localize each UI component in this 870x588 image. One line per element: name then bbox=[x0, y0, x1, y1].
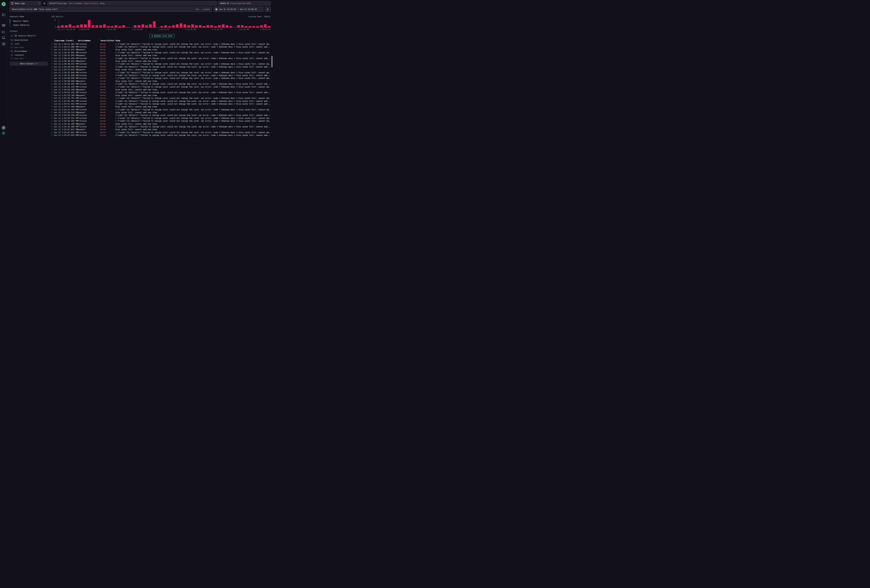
col-servicename[interactable]: ServiceName bbox=[77, 40, 100, 42]
expand-row-icon[interactable] bbox=[51, 63, 54, 65]
table-row[interactable]: Jun 11 1:55:16.302 PMfrontenderror× {"co… bbox=[51, 120, 271, 122]
expand-row-icon[interactable] bbox=[51, 71, 54, 74]
table-row[interactable]: Jun 11 1:55:51.454 PMfrontenderror× {"co… bbox=[51, 108, 271, 111]
expand-row-icon[interactable] bbox=[51, 97, 54, 99]
dashboards-icon[interactable] bbox=[1, 42, 6, 46]
run-query-button[interactable] bbox=[265, 7, 271, 12]
table-row[interactable]: Jun 11 1:56:38.540 PMfrontenderror{"code… bbox=[51, 65, 271, 68]
expand-row-icon[interactable] bbox=[51, 66, 54, 68]
table-row[interactable]: Jun 11 1:55:39.324 PMpaymenterrorVisa ca… bbox=[51, 111, 271, 114]
time-range-picker[interactable]: Jun 11 13:41:52 - Jun 11 13:56:52 bbox=[213, 7, 264, 12]
expand-row-icon[interactable] bbox=[51, 46, 54, 48]
expand-row-icon[interactable] bbox=[51, 117, 54, 119]
expand-row-icon[interactable] bbox=[51, 54, 54, 57]
denoise-checkbox[interactable] bbox=[10, 34, 13, 37]
table-row[interactable]: Jun 11 1:56:42.995 PMpaymenterrorVisa ca… bbox=[51, 54, 271, 57]
order-by-input[interactable]: ORDER BY TimestampTime DESC bbox=[218, 1, 271, 5]
table-row[interactable]: Jun 11 1:56:42.999 PMfrontenderror{"code… bbox=[51, 57, 271, 60]
histogram-bars[interactable] bbox=[57, 20, 270, 27]
expand-row-icon[interactable] bbox=[51, 43, 54, 45]
expand-row-icon[interactable] bbox=[51, 103, 54, 105]
table-row[interactable]: Jun 11 1:56:08.948 PMpaymenterrorVisa ca… bbox=[51, 80, 271, 82]
expand-row-icon[interactable] bbox=[51, 120, 54, 122]
user-avatar[interactable]: U bbox=[1, 131, 6, 135]
table-row[interactable]: Jun 11 1:55:39.330 PMfrontenderror{"code… bbox=[51, 114, 271, 117]
table-row[interactable]: Jun 11 1:56:51.982 PMfrontenderror× {"co… bbox=[51, 43, 271, 45]
expand-row-icon[interactable] bbox=[51, 74, 54, 76]
expand-row-icon[interactable] bbox=[51, 109, 54, 111]
col-body[interactable]: Body bbox=[115, 40, 271, 42]
load-more-button[interactable]: Load more bbox=[10, 57, 48, 60]
facet-option-checkbox[interactable] bbox=[11, 43, 13, 45]
expand-row-icon[interactable] bbox=[51, 114, 54, 116]
table-row[interactable]: Jun 11 1:55:59.765 PMfrontenderror{"code… bbox=[51, 100, 271, 103]
table-row[interactable]: Jun 11 1:56:03.254 PMfrontenderror× {"co… bbox=[51, 85, 271, 88]
more-filters-button[interactable]: More filters bbox=[10, 62, 48, 66]
source-settings-button[interactable] bbox=[43, 1, 46, 5]
expand-row-icon[interactable] bbox=[51, 131, 54, 133]
expand-row-icon[interactable] bbox=[51, 100, 54, 102]
facet-option-checkbox[interactable] bbox=[11, 54, 13, 56]
table-row[interactable]: Jun 11 1:55:51.452 PMfrontenderror{"code… bbox=[51, 103, 271, 105]
table-row[interactable]: Jun 11 1:55:16.300 PMfrontenderror{"code… bbox=[51, 125, 271, 128]
expand-row-icon[interactable] bbox=[51, 86, 54, 88]
resume-live-tail-button[interactable]: Resume Live Tail bbox=[149, 34, 175, 38]
search-logs-icon[interactable] bbox=[1, 23, 6, 27]
expand-row-icon[interactable] bbox=[51, 77, 54, 79]
expand-row-icon[interactable] bbox=[51, 49, 54, 51]
expand-row-icon[interactable] bbox=[51, 69, 54, 71]
expand-row-icon[interactable] bbox=[51, 123, 54, 125]
table-row[interactable]: Jun 11 1:56:38.534 PMpaymenterrorVisa ca… bbox=[51, 60, 271, 63]
load-more-button[interactable]: Load more bbox=[10, 46, 48, 48]
expand-row-icon[interactable] bbox=[51, 80, 54, 82]
select-query-input[interactable]: SELECT Timestamp, ServiceName, SeverityT… bbox=[48, 1, 217, 5]
table-row[interactable]: Jun 11 1:56:08.955 PMfrontenderror{"code… bbox=[51, 82, 271, 85]
expand-row-icon[interactable] bbox=[51, 52, 54, 54]
table-row[interactable]: Jun 11 1:56:03.252 PMfrontenderror{"code… bbox=[51, 91, 271, 94]
client-sessions-icon[interactable] bbox=[1, 36, 6, 40]
table-row[interactable]: Jun 11 1:55:07.835 PMfrontenderror{"code… bbox=[51, 134, 271, 137]
table-row[interactable]: Jun 11 1:56:38.542 PMfrontenderror× {"co… bbox=[51, 63, 271, 65]
search-input[interactable]: SeverityText:error AND "Visa cache full"… bbox=[10, 7, 212, 12]
lucene-mode-button[interactable]: Lucene bbox=[203, 8, 210, 10]
table-row[interactable]: Jun 11 1:56:08.956 PMfrontenderror× {"co… bbox=[51, 77, 271, 80]
expand-row-icon[interactable] bbox=[51, 60, 54, 62]
source-select[interactable]: Demo Logs bbox=[10, 1, 41, 5]
table-row[interactable]: Jun 11 1:56:03.248 PMpaymenterrorVisa ca… bbox=[51, 88, 271, 91]
table-row[interactable]: Jun 11 1:55:59.760 PMpaymenterrorVisa ca… bbox=[51, 94, 271, 97]
table-row[interactable]: Jun 11 1:55:39.331 PMfrontenderror× {"co… bbox=[51, 117, 271, 119]
sql-mode-button[interactable]: SQL bbox=[196, 8, 199, 10]
table-row[interactable]: Jun 11 1:56:32.843 PMpaymenterrorVisa ca… bbox=[51, 68, 271, 71]
table-row[interactable]: Jun 11 1:54:52.241 PMpaymenterrorVisa ca… bbox=[51, 137, 271, 137]
expand-row-icon[interactable] bbox=[51, 57, 54, 59]
expand-row-icon[interactable] bbox=[51, 89, 54, 91]
table-row[interactable]: Jun 11 1:56:32.848 PMfrontenderror{"code… bbox=[51, 74, 271, 77]
expand-row-icon[interactable] bbox=[51, 128, 54, 131]
toggle-sidebar-icon[interactable] bbox=[1, 13, 6, 17]
expand-row-icon[interactable] bbox=[51, 134, 54, 136]
help-button[interactable]: ? bbox=[1, 126, 6, 130]
mode-results-table[interactable]: Results Table bbox=[10, 19, 48, 23]
table-row[interactable]: Jun 11 1:56:51.975 PMpaymenterrorVisa ca… bbox=[51, 48, 271, 51]
expand-row-icon[interactable] bbox=[51, 112, 54, 113]
col-severitytext[interactable]: SeverityText bbox=[100, 40, 115, 42]
table-row[interactable]: Jun 11 1:56:51.980 PMfrontenderror{"code… bbox=[51, 45, 271, 48]
unfold-icon bbox=[38, 2, 40, 4]
table-row[interactable]: Jun 11 1:55:07.827 PMpaymenterrorVisa ca… bbox=[51, 128, 271, 131]
expand-row-icon[interactable] bbox=[51, 126, 54, 128]
col-timestamp[interactable]: Timestamp (Local) bbox=[54, 40, 77, 42]
expand-row-icon[interactable] bbox=[51, 106, 54, 108]
hyperdx-logo[interactable] bbox=[1, 2, 6, 6]
table-row[interactable]: Jun 11 1:55:16.296 PMpaymenterrorVisa ca… bbox=[51, 122, 271, 125]
table-row[interactable]: Jun 11 1:55:51.448 PMpaymenterrorVisa ca… bbox=[51, 106, 271, 108]
table-row[interactable]: Jun 11 1:55:07.841 PMfrontenderror× {"co… bbox=[51, 131, 271, 134]
expand-row-icon[interactable] bbox=[51, 94, 54, 96]
expand-row-icon[interactable] bbox=[51, 91, 54, 94]
mode-event-patterns[interactable]: Event Patterns bbox=[10, 23, 48, 27]
table-row[interactable]: Jun 11 1:56:32.849 PMfrontenderror× {"co… bbox=[51, 71, 271, 74]
chart-explorer-icon[interactable] bbox=[1, 30, 6, 34]
expand-row-icon[interactable] bbox=[51, 83, 54, 85]
table-scrollbar-thumb[interactable] bbox=[271, 56, 273, 67]
table-row[interactable]: Jun 11 1:55:59.767 PMfrontenderror× {"co… bbox=[51, 97, 271, 100]
table-row[interactable]: Jun 11 1:56:43.001 PMfrontenderror× {"co… bbox=[51, 51, 271, 54]
